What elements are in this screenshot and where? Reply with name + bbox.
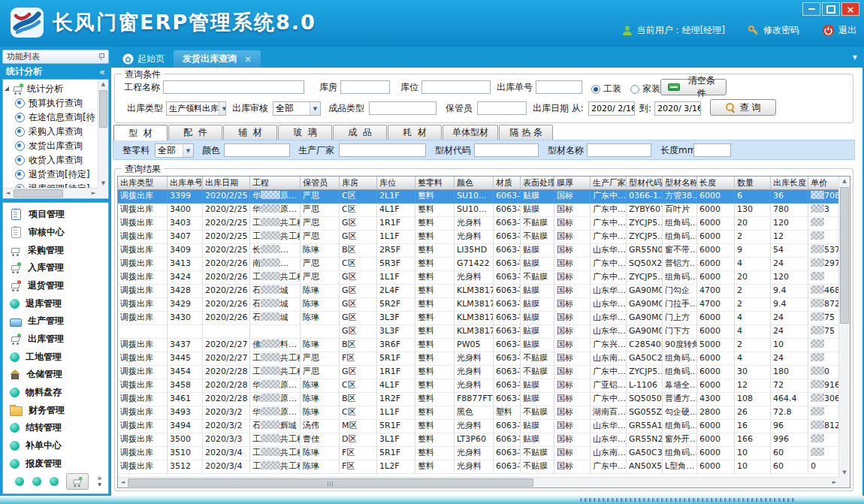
col-header-18[interactable]: 单价 xyxy=(808,177,839,190)
col-header-0[interactable]: 出库类型 xyxy=(118,177,168,190)
color-input[interactable] xyxy=(224,143,290,157)
material-tab-0[interactable]: 型 材 xyxy=(113,125,168,140)
scroll-left-icon[interactable] xyxy=(3,189,13,198)
scroll-up-icon[interactable] xyxy=(839,177,850,186)
chevron-down-icon[interactable]: ▼ xyxy=(219,102,226,115)
scroll-left-icon[interactable] xyxy=(118,478,128,487)
table-row[interactable]: 调拨出库35122020/3/4工共工程陈琳F区1L2F整料光身料6063-T5… xyxy=(118,460,839,474)
col-header-16[interactable]: 数量 xyxy=(735,177,771,190)
col-header-14[interactable]: 型材名称 xyxy=(663,177,697,190)
menu-more-button[interactable]: » ▼ xyxy=(97,475,102,487)
sidebar-item-9[interactable]: 仓储管理 xyxy=(10,366,108,384)
warehouse-input[interactable] xyxy=(340,80,390,94)
jiazhuang-radio[interactable]: 家装 xyxy=(630,83,660,95)
material-tab-7[interactable]: 隔 热 条 xyxy=(499,125,553,140)
collapse-icon[interactable]: « xyxy=(99,66,105,77)
col-header-4[interactable]: 保管员 xyxy=(301,177,340,190)
keeper-input[interactable] xyxy=(477,101,527,115)
sidebar-item-6[interactable]: 生产管理 xyxy=(10,312,108,330)
table-row[interactable]: 调拨出库34302020/2/26石城陈琳G区3L3F整料KLM38176063… xyxy=(118,312,839,325)
sidebar-item-4[interactable]: 退货管理 xyxy=(10,277,108,295)
scroll-thumb[interactable] xyxy=(14,189,63,198)
sidebar-item-1[interactable]: 审核中心 xyxy=(10,224,108,242)
tree-item-5[interactable]: 退货查询[待定] xyxy=(5,167,98,182)
tree-item-0[interactable]: 预算执行查询 xyxy=(5,96,98,110)
scroll-right-icon[interactable] xyxy=(829,478,839,487)
material-tab-1[interactable]: 配 件 xyxy=(168,125,222,140)
tree-item-3[interactable]: 发货出库查询 xyxy=(5,139,98,153)
project-name-input[interactable] xyxy=(163,80,304,94)
col-header-10[interactable]: 表面处理 xyxy=(521,177,554,190)
table-row[interactable]: 调拨出库34452020/2/27工共工程严思F区5R1F整料光身料6063-T… xyxy=(118,352,839,366)
table-row[interactable]: 调拨出库34002020/2/25华原…严思C区4L1F整料SU10…6063-… xyxy=(118,204,839,217)
tree-item-2[interactable]: 采购入库查询 xyxy=(5,125,98,139)
grid-horizontal-scrollbar[interactable] xyxy=(118,477,839,487)
sidebar-item-5[interactable]: 退库管理 xyxy=(10,294,108,312)
table-row[interactable]: 调拨出库34242020/2/26工共工程严思G区1L1F整料光身料6063-T… xyxy=(118,271,839,285)
col-header-6[interactable]: 库位 xyxy=(377,177,415,190)
table-row[interactable]: 调拨出库34542020/2/28工共工程严思G区1R1F整料光身料6063-T… xyxy=(118,366,839,379)
scroll-thumb[interactable] xyxy=(99,90,107,128)
sidebar-item-11[interactable]: 财务管理 xyxy=(10,401,108,419)
sidebar-item-3[interactable]: 入库管理 xyxy=(10,259,108,277)
col-header-9[interactable]: 材质 xyxy=(494,177,521,190)
radio-selected-icon[interactable] xyxy=(591,85,600,94)
minimize-button[interactable] xyxy=(802,2,820,16)
material-tab-3[interactable]: 玻 璃 xyxy=(278,125,332,140)
profile-code-input[interactable] xyxy=(474,143,539,157)
table-row[interactable]: G区3L3F整料KLM38176063-T5贴膜国标山东华…GA90M09.门下… xyxy=(118,325,839,339)
col-header-5[interactable]: 库房 xyxy=(340,177,377,190)
table-row[interactable]: 调拨出库34372020/2/27佛料…陈琳B区3R6F整料PW056063-T… xyxy=(118,339,839,352)
change-password-button[interactable]: 修改密码 xyxy=(748,24,799,37)
tree-item-1[interactable]: 在途信息查询[待 xyxy=(5,110,98,125)
table-row[interactable]: 调拨出库33992020/2/25华原…严思C区2L1F整料SU10…6063-… xyxy=(118,190,839,204)
col-header-13[interactable]: 型材代码 xyxy=(627,177,663,190)
tree-vertical-scrollbar[interactable] xyxy=(98,80,108,189)
material-tab-2[interactable]: 辅 材 xyxy=(223,125,277,140)
table-row[interactable]: 调拨出库34282020/2/26石城陈琳G区2L4F整料KLM38176063… xyxy=(118,285,839,298)
sidebar-item-10[interactable]: 物料盘存 xyxy=(10,384,108,402)
logout-button[interactable]: 退出 xyxy=(822,24,856,37)
module-dot-icon[interactable] xyxy=(50,477,59,486)
col-header-7[interactable]: 整零料 xyxy=(415,177,455,190)
tree-root-item[interactable]: 统计分析 xyxy=(5,81,98,96)
module-dot-icon[interactable] xyxy=(15,477,24,486)
sidebar-item-2[interactable]: 采购管理 xyxy=(10,241,108,259)
gongzhuang-radio[interactable]: 工装 xyxy=(591,83,621,95)
sidebar-item-14[interactable]: 报废管理 xyxy=(10,454,108,472)
tree-item-6[interactable]: 退库管理[待定] xyxy=(5,182,98,188)
module-dot-icon[interactable] xyxy=(32,477,41,486)
chevron-down-icon[interactable]: ▼ xyxy=(183,144,193,157)
module-cart-button[interactable] xyxy=(66,473,89,490)
whole-part-combobox[interactable]: 全部▼ xyxy=(155,143,194,158)
chevron-down-icon[interactable]: ▼ xyxy=(310,102,320,115)
col-header-11[interactable]: 膜厚 xyxy=(554,177,591,190)
pin-icon[interactable] xyxy=(98,53,104,60)
tab-shipping-query[interactable]: 发货出库查询 × xyxy=(174,50,261,68)
col-header-17[interactable]: 出库长度 xyxy=(771,177,808,190)
stats-section-header[interactable]: 统计分析 « xyxy=(2,64,109,79)
table-row[interactable]: 调拨出库34132020/2/26南…严思C区5R3F整料G714226063-… xyxy=(118,258,839,271)
scroll-up-icon[interactable] xyxy=(98,80,108,89)
scroll-down-icon[interactable] xyxy=(98,179,108,189)
date-from-picker[interactable]: 2020/ 2/16▼ xyxy=(588,101,635,116)
tree-item-4[interactable]: 收货入库查询 xyxy=(5,153,98,167)
scroll-thumb[interactable] xyxy=(840,187,849,324)
tab-list-caret-icon[interactable]: ▼ xyxy=(853,54,857,61)
col-header-15[interactable]: 长度 xyxy=(697,177,735,190)
table-row[interactable]: 调拨出库34582020/2/28华原…陈琳C区4L1F整料光身料6063-T5… xyxy=(118,379,839,393)
col-header-1[interactable]: 出库单号 xyxy=(168,177,203,190)
audit-combobox[interactable]: 全部▼ xyxy=(273,101,321,116)
scroll-right-icon[interactable] xyxy=(89,189,98,198)
length-input[interactable] xyxy=(693,143,731,157)
table-row[interactable]: 调拨出库34612020/2/28华原…陈琳B区1R2F整料F8877FT606… xyxy=(118,393,839,406)
search-button[interactable]: 查 询 xyxy=(710,99,776,116)
scroll-down-icon[interactable] xyxy=(839,468,850,478)
table-row[interactable]: 调拨出库34932020/3/2华原…陈琳C区1L1F整料黑色塑料不贴膜国标湖南… xyxy=(118,406,839,420)
tree-expander-icon[interactable] xyxy=(5,86,9,91)
grid-vertical-scrollbar[interactable] xyxy=(838,177,850,478)
clear-conditions-button[interactable]: 清空条件 xyxy=(660,79,727,95)
tab-home[interactable]: 起始页 xyxy=(113,50,174,68)
table-row[interactable]: 调拨出库34942020/3/2石辉城汤伟M区5R1F整料光身料6063-T5贴… xyxy=(118,420,839,433)
profile-name-input[interactable] xyxy=(587,143,651,157)
